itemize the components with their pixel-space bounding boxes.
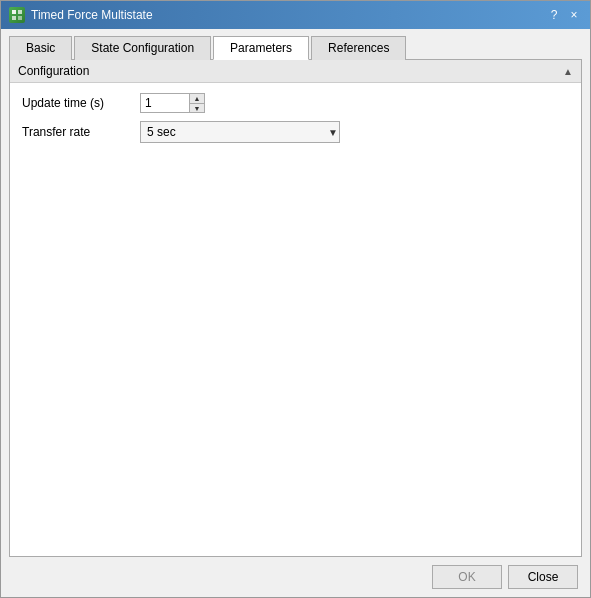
collapse-button[interactable]: ▲	[563, 66, 573, 77]
title-bar: Timed Force Multistate ? ×	[1, 1, 590, 29]
transfer-rate-label: Transfer rate	[22, 125, 132, 139]
tab-references[interactable]: References	[311, 36, 406, 60]
app-icon	[9, 7, 25, 23]
window-title: Timed Force Multistate	[31, 8, 153, 22]
spinner-buttons: ▲ ▼	[189, 93, 205, 113]
tab-basic[interactable]: Basic	[9, 36, 72, 60]
update-time-row: Update time (s) ▲ ▼	[22, 93, 569, 113]
close-window-button[interactable]: ×	[566, 7, 582, 23]
content-area: Configuration ▲ Update time (s) ▲ ▼ Tran…	[9, 59, 582, 557]
close-button[interactable]: Close	[508, 565, 578, 589]
svg-rect-2	[12, 16, 16, 20]
content-spacer	[10, 153, 581, 556]
svg-rect-1	[18, 10, 22, 14]
tab-parameters[interactable]: Parameters	[213, 36, 309, 60]
svg-rect-0	[12, 10, 16, 14]
svg-rect-3	[18, 16, 22, 20]
update-time-label: Update time (s)	[22, 96, 132, 110]
transfer-rate-select-wrapper: 5 sec 10 sec 30 sec 1 min 5 min ▼	[140, 121, 340, 143]
ok-button[interactable]: OK	[432, 565, 502, 589]
transfer-rate-row: Transfer rate 5 sec 10 sec 30 sec 1 min …	[22, 121, 569, 143]
update-time-spinner: ▲ ▼	[140, 93, 205, 113]
main-window: Timed Force Multistate ? × Basic State C…	[0, 0, 591, 598]
tabs-bar: Basic State Configuration Parameters Ref…	[1, 29, 590, 59]
spin-up-button[interactable]: ▲	[189, 93, 205, 103]
title-bar-controls: ? ×	[546, 7, 582, 23]
section-title: Configuration	[18, 64, 89, 78]
spin-down-button[interactable]: ▼	[189, 103, 205, 113]
tab-state-configuration[interactable]: State Configuration	[74, 36, 211, 60]
update-time-input[interactable]	[140, 93, 190, 113]
section-header: Configuration ▲	[10, 60, 581, 83]
transfer-rate-select[interactable]: 5 sec 10 sec 30 sec 1 min 5 min	[140, 121, 340, 143]
footer: OK Close	[1, 557, 590, 597]
help-button[interactable]: ?	[546, 7, 562, 23]
title-bar-left: Timed Force Multistate	[9, 7, 153, 23]
form-body: Update time (s) ▲ ▼ Transfer rate 5 sec …	[10, 83, 581, 153]
